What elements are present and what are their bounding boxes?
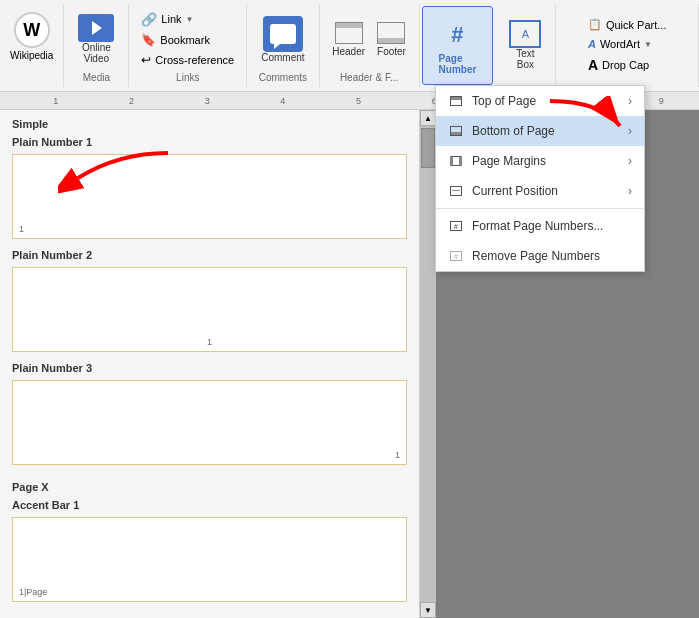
page-number-preview-3: 1 bbox=[395, 450, 400, 460]
word-art-icon: A bbox=[588, 38, 596, 50]
remove-page-numbers-label: Remove Page Numbers bbox=[472, 249, 632, 263]
menu-item-bottom-of-page[interactable]: Bottom of Page › bbox=[436, 116, 644, 146]
quick-parts-label: Quick Part... bbox=[606, 19, 667, 31]
page-margins-icon bbox=[448, 153, 464, 169]
scroll-up-button[interactable]: ▲ bbox=[420, 110, 436, 126]
gallery-item-plain-number-2[interactable]: Plain Number 2 1 bbox=[0, 247, 419, 352]
header-icon bbox=[335, 22, 363, 44]
ribbon-group-comments: Comment Comments bbox=[247, 4, 319, 87]
scroll-thumb[interactable] bbox=[421, 128, 435, 168]
link-label: Link bbox=[161, 13, 181, 25]
current-position-arrow: › bbox=[628, 184, 632, 198]
media-group-label: Media bbox=[83, 70, 110, 83]
remove-page-numbers-icon: # bbox=[448, 248, 464, 264]
header-button[interactable]: Header bbox=[328, 20, 369, 59]
header-footer-group-label: Header & F... bbox=[340, 70, 398, 83]
header-label: Header bbox=[332, 46, 365, 57]
page-number-icon: # bbox=[439, 17, 475, 53]
comment-label: Comment bbox=[261, 52, 304, 63]
ribbon-group-text-box: A TextBox bbox=[495, 4, 556, 87]
menu-item-format-page-numbers[interactable]: # Format Page Numbers... bbox=[436, 211, 644, 241]
accent-bar-1-label: Accent Bar 1 bbox=[0, 497, 419, 513]
bookmark-icon: 🔖 bbox=[141, 33, 156, 47]
page-number-label: PageNumber bbox=[439, 53, 477, 75]
online-video-icon bbox=[78, 14, 114, 42]
ribbon-group-page-number: # PageNumber bbox=[422, 6, 494, 85]
cross-reference-button[interactable]: ↩ Cross-reference bbox=[137, 51, 238, 69]
scroll-down-button[interactable]: ▼ bbox=[420, 602, 436, 618]
link-button[interactable]: 🔗 Link ▼ bbox=[137, 10, 238, 29]
text-box-label: TextBox bbox=[516, 48, 534, 70]
ribbon: W Wikipedia OnlineVideo Media 🔗 Link ▼ 🔖 bbox=[0, 0, 699, 92]
drop-cap-icon: A bbox=[588, 57, 598, 73]
footer-button[interactable]: Footer bbox=[373, 20, 410, 59]
ribbon-group-right-tools: 📋 Quick Part... A WordArt ▼ A Drop Cap bbox=[556, 4, 699, 87]
hash-icon: # bbox=[451, 22, 463, 48]
quick-parts-button[interactable]: 📋 Quick Part... bbox=[584, 16, 671, 33]
wikipedia-label: Wikipedia bbox=[10, 50, 53, 61]
bottom-of-page-label: Bottom of Page bbox=[472, 124, 620, 138]
section-simple-title: Simple bbox=[0, 110, 419, 134]
footer-label: Footer bbox=[377, 46, 406, 57]
gallery-item-accent-bar-1[interactable]: Accent Bar 1 1|Page bbox=[0, 497, 419, 602]
plain-number-1-preview[interactable]: 1 bbox=[12, 154, 407, 239]
top-of-page-icon bbox=[448, 93, 464, 109]
online-video-label: OnlineVideo bbox=[82, 42, 111, 64]
current-position-label: Current Position bbox=[472, 184, 620, 198]
page-number-button[interactable]: # PageNumber bbox=[431, 13, 485, 79]
page-margins-label: Page Margins bbox=[472, 154, 620, 168]
comment-bubble-icon bbox=[270, 24, 296, 44]
format-page-numbers-icon: # bbox=[448, 218, 464, 234]
text-box-icon: A bbox=[509, 20, 541, 48]
gallery-panel[interactable]: Simple Plain Number 1 1 Plain Number 2 1… bbox=[0, 110, 420, 618]
plain-number-3-preview[interactable]: 1 bbox=[12, 380, 407, 465]
page-number-preview-2: 1 bbox=[207, 337, 212, 347]
plain-number-2-preview[interactable]: 1 bbox=[12, 267, 407, 352]
page-number-preview-1: 1 bbox=[19, 224, 24, 234]
footer-icon bbox=[377, 22, 405, 44]
page-margins-arrow: › bbox=[628, 154, 632, 168]
text-box-button[interactable]: A TextBox bbox=[503, 16, 547, 74]
accent-bar-1-preview[interactable]: 1|Page bbox=[12, 517, 407, 602]
links-group-label: Links bbox=[176, 70, 199, 83]
bottom-of-page-arrow: › bbox=[628, 124, 632, 138]
bottom-of-page-icon bbox=[448, 123, 464, 139]
bookmark-label: Bookmark bbox=[160, 34, 210, 46]
format-page-numbers-label: Format Page Numbers... bbox=[472, 219, 632, 233]
scrollbar[interactable]: ▲ ▼ bbox=[420, 110, 436, 618]
plain-number-3-label: Plain Number 3 bbox=[0, 360, 419, 376]
link-icon: 🔗 bbox=[141, 12, 157, 27]
wikipedia-button[interactable]: W Wikipedia bbox=[6, 8, 57, 65]
gallery-item-plain-number-3[interactable]: Plain Number 3 1 bbox=[0, 360, 419, 465]
menu-item-remove-page-numbers[interactable]: # Remove Page Numbers bbox=[436, 241, 644, 271]
ribbon-group-links: 🔗 Link ▼ 🔖 Bookmark ↩ Cross-reference Li… bbox=[129, 4, 247, 87]
word-art-label: WordArt bbox=[600, 38, 640, 50]
top-of-page-label: Top of Page bbox=[472, 94, 620, 108]
menu-item-page-margins[interactable]: Page Margins › bbox=[436, 146, 644, 176]
word-art-button[interactable]: A WordArt ▼ bbox=[584, 36, 671, 52]
current-position-icon bbox=[448, 183, 464, 199]
section-page-x-title: Page X bbox=[0, 473, 419, 497]
bookmark-button[interactable]: 🔖 Bookmark bbox=[137, 31, 238, 49]
comment-icon bbox=[263, 16, 303, 52]
cross-reference-icon: ↩ bbox=[141, 53, 151, 67]
menu-item-top-of-page[interactable]: Top of Page › bbox=[436, 86, 644, 116]
word-art-dropdown: ▼ bbox=[644, 40, 652, 49]
plain-number-2-label: Plain Number 2 bbox=[0, 247, 419, 263]
drop-cap-label: Drop Cap bbox=[602, 59, 649, 71]
cross-reference-label: Cross-reference bbox=[155, 54, 234, 66]
page-number-dropdown: Top of Page › Bottom of Page › Page Marg… bbox=[435, 85, 645, 272]
comment-button[interactable]: Comment bbox=[255, 12, 310, 67]
ribbon-group-media: OnlineVideo Media bbox=[64, 4, 129, 87]
ribbon-group-wikipedia: W Wikipedia bbox=[0, 4, 64, 87]
wikipedia-icon: W bbox=[14, 12, 50, 48]
online-video-button[interactable]: OnlineVideo bbox=[72, 10, 120, 68]
drop-cap-button[interactable]: A Drop Cap bbox=[584, 55, 671, 75]
gallery-item-plain-number-1[interactable]: Plain Number 1 1 bbox=[0, 134, 419, 239]
ribbon-group-header-footer: Header Footer Header & F... bbox=[320, 4, 420, 87]
menu-item-current-position[interactable]: Current Position › bbox=[436, 176, 644, 206]
menu-divider-1 bbox=[436, 208, 644, 209]
link-dropdown-arrow: ▼ bbox=[186, 15, 194, 24]
plain-number-1-label: Plain Number 1 bbox=[0, 134, 419, 150]
accent-bar-1-number: 1|Page bbox=[19, 587, 47, 597]
